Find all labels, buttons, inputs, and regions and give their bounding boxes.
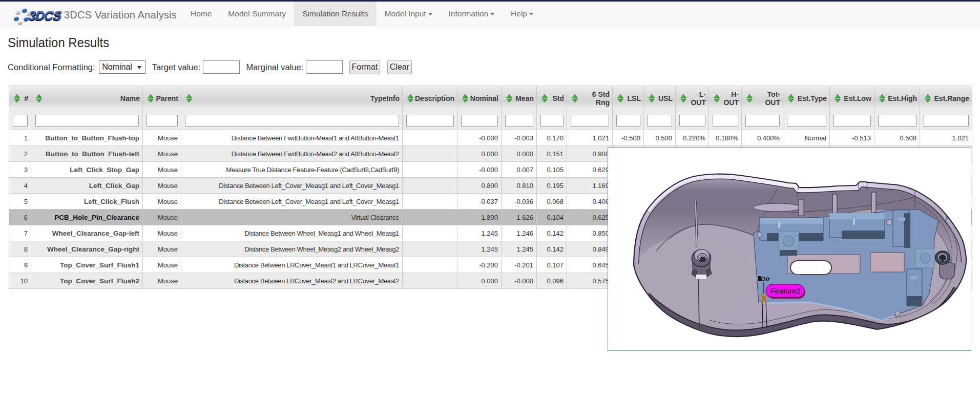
svg-text:Feature2: Feature2	[770, 287, 800, 295]
svg-text:3DCS: 3DCS	[28, 9, 62, 23]
svg-text:Dir: Dir	[761, 275, 770, 283]
